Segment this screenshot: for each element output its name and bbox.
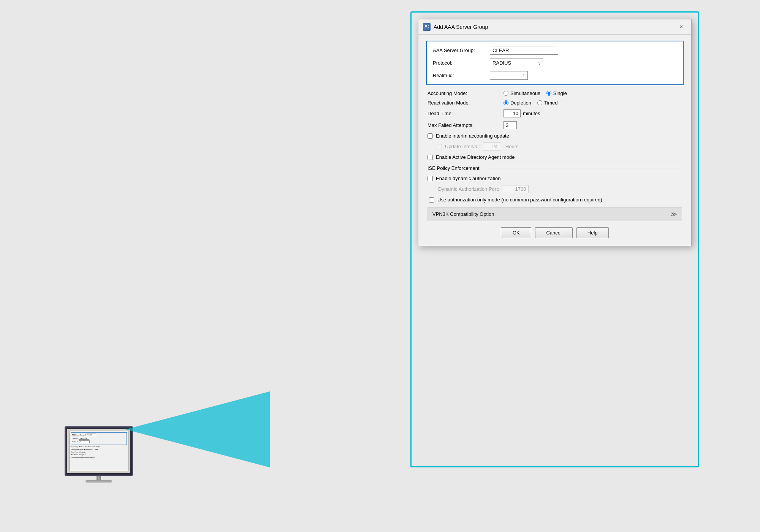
protocol-select-wrapper: RADIUS TACACS+ LDAP ∨ (490, 59, 543, 67)
divider-line (484, 168, 682, 168)
dead-time-label: Dead Time: (428, 111, 504, 116)
enable-dynamic-row: Enable dynamic authorization (428, 176, 682, 181)
dynamic-port-row: Dynamic Authorization Port: (428, 185, 682, 193)
update-interval-row: Update Interval: Hours (426, 142, 684, 150)
accounting-single-option[interactable]: Single (546, 90, 567, 96)
enable-dynamic-label: Enable dynamic authorization (436, 176, 501, 181)
update-interval-unit: Hours (505, 144, 519, 149)
accounting-single-label: Single (553, 90, 567, 96)
monitor-base (86, 480, 112, 483)
max-failed-label: Max Failed Attempts: (428, 122, 504, 128)
update-interval-label: Update Interval: (445, 144, 480, 149)
update-interval-input[interactable] (483, 142, 500, 150)
ise-section-label: ISE Policy Enforcement (428, 165, 480, 171)
mini-dialog: AAA Server Group: CLEAR Protocol: RADIUS… (69, 431, 128, 471)
dynamic-port-input[interactable] (502, 185, 529, 193)
mini-value: 1 (79, 440, 90, 443)
mid-section: Accounting Mode: Simultaneous Single Rea… (426, 90, 684, 129)
mini-label: Dead Time: 10 minutes (71, 451, 86, 453)
protocol-select[interactable]: RADIUS TACACS+ LDAP (490, 59, 543, 67)
svg-rect-4 (428, 27, 429, 28)
mini-row: Dead Time: 10 minutes (71, 451, 127, 453)
dialog-body: AAA Server Group: Protocol: RADIUS TACAC… (418, 35, 691, 246)
button-row: OK Cancel Help (426, 227, 684, 238)
mini-value: CLEAR (86, 434, 96, 436)
enable-interim-row: Enable interim accounting update (426, 133, 684, 139)
mini-row: AAA Server Group: CLEAR (72, 434, 126, 436)
vpn-compat-label: VPN3K Compatibility Option (432, 211, 494, 217)
mini-value: RADIUS ∨ (79, 437, 89, 440)
close-button[interactable]: × (676, 22, 687, 32)
pointing-arrow (125, 391, 277, 467)
reactivation-timed-label: Timed (544, 100, 558, 106)
use-auth-only-checkbox[interactable] (429, 197, 434, 203)
mini-label: □ Enable interim accounting update (71, 456, 95, 458)
use-auth-only-row: Use authorization only mode (no common p… (428, 197, 682, 203)
mini-row: Realm-id: 1 (72, 440, 126, 443)
use-auth-only-label: Use authorization only mode (no common p… (437, 197, 602, 203)
enable-interim-checkbox[interactable] (428, 133, 433, 139)
reactivation-depletion-option[interactable]: Depletion (504, 100, 531, 106)
reactivation-mode-label: Reactivation Mode: (428, 100, 504, 106)
svg-rect-3 (428, 25, 429, 26)
dead-time-input[interactable] (504, 109, 521, 117)
accounting-simultaneous-option[interactable]: Simultaneous (504, 90, 540, 96)
protocol-row: Protocol: RADIUS TACACS+ LDAP ∨ (433, 59, 677, 67)
reactivation-depletion-radio[interactable] (504, 100, 508, 105)
accounting-single-radio[interactable] (546, 91, 551, 96)
max-failed-input[interactable] (504, 121, 517, 129)
reactivation-mode-radio-group: Depletion Timed (504, 100, 558, 106)
realm-id-input[interactable] (490, 71, 528, 80)
ise-section: Enable dynamic authorization Dynamic Aut… (426, 176, 684, 203)
dialog-titlebar: Add AAA Server Group × (418, 19, 691, 35)
mini-label: Protocol: (72, 437, 78, 439)
mini-row: □ Enable interim accounting update (71, 456, 127, 458)
monitor-content: AAA Server Group: CLEAR Protocol: RADIUS… (67, 429, 130, 473)
mini-label: Reactivation Mode: ● Depletion ○ Timed (71, 448, 98, 450)
dead-time-unit: minutes (523, 111, 540, 116)
enable-ad-label: Enable Active Directory Agent mode (436, 154, 515, 160)
cancel-button[interactable]: Cancel (535, 227, 572, 238)
ise-section-divider: ISE Policy Enforcement (428, 165, 682, 171)
dynamic-port-label: Dynamic Authorization Port: (438, 186, 499, 192)
svg-marker-0 (125, 391, 270, 467)
monitor-neck (97, 476, 101, 480)
dialog-title-left: Add AAA Server Group (423, 23, 488, 31)
reactivation-mode-row: Reactivation Mode: Depletion Timed (428, 100, 682, 106)
enable-dynamic-checkbox[interactable] (428, 176, 433, 181)
monitor-thumbnail: AAA Server Group: CLEAR Protocol: RADIUS… (65, 426, 133, 483)
mini-row: Max Failed Attempts: 3 (71, 454, 127, 456)
ok-button[interactable]: OK (501, 227, 531, 238)
reactivation-timed-option[interactable]: Timed (537, 100, 558, 106)
update-interval-checkbox[interactable] (437, 144, 442, 149)
enable-ad-checkbox[interactable] (428, 155, 433, 160)
aaa-server-group-label: AAA Server Group: (433, 48, 490, 53)
vpn-expand-icon: ≫ (671, 211, 677, 218)
aaa-server-group-input[interactable] (490, 46, 558, 55)
aaa-server-group-row: AAA Server Group: (433, 46, 677, 55)
protocol-label: Protocol: (433, 60, 490, 66)
accounting-simultaneous-label: Simultaneous (510, 90, 540, 96)
mini-row: Protocol: RADIUS ∨ (72, 437, 126, 440)
svg-rect-2 (425, 25, 427, 27)
mini-row: Accounting Mode: ○ Simultaneous ● Single (71, 446, 127, 448)
max-failed-row: Max Failed Attempts: (428, 121, 682, 129)
dialog-title: Add AAA Server Group (434, 24, 488, 30)
accounting-simultaneous-radio[interactable] (504, 91, 508, 96)
reactivation-depletion-label: Depletion (510, 100, 531, 106)
vpn-compat-section[interactable]: VPN3K Compatibility Option ≫ (428, 207, 682, 221)
help-button[interactable]: Help (576, 227, 609, 238)
mini-label: Accounting Mode: ○ Simultaneous ● Single (71, 446, 100, 448)
reactivation-timed-radio[interactable] (537, 100, 542, 105)
top-section: AAA Server Group: Protocol: RADIUS TACAC… (426, 41, 684, 85)
mini-label: Max Failed Attempts: 3 (71, 454, 86, 456)
add-aaa-server-group-dialog: Add AAA Server Group × AAA Server Group:… (418, 19, 692, 246)
accounting-mode-row: Accounting Mode: Simultaneous Single (428, 90, 682, 96)
mini-label: AAA Server Group: (72, 434, 85, 436)
realm-id-label: Realm-id: (433, 73, 490, 78)
enable-interim-label: Enable interim accounting update (436, 133, 509, 139)
mini-row: Reactivation Mode: ● Depletion ○ Timed (71, 448, 127, 450)
mini-blue-section: AAA Server Group: CLEAR Protocol: RADIUS… (71, 432, 127, 445)
mini-label: Realm-id: (72, 441, 78, 443)
enable-ad-row: Enable Active Directory Agent mode (426, 154, 684, 160)
